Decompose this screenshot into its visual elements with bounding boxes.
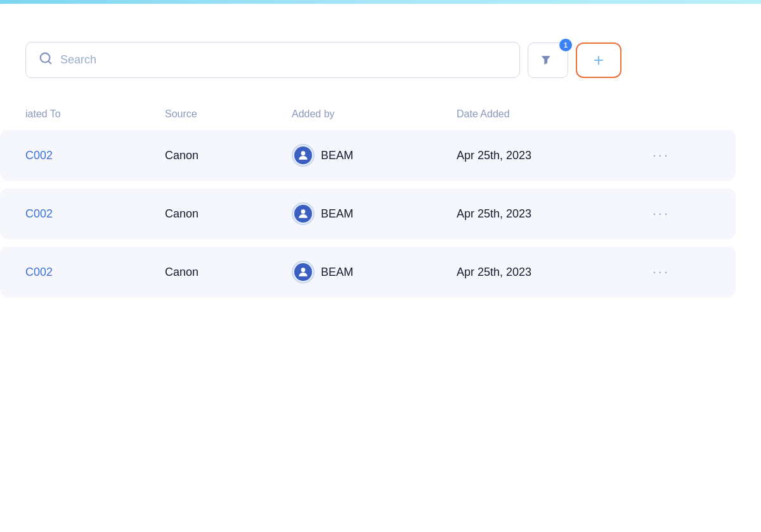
toolbar: 1 + <box>0 42 736 78</box>
cell-added-by-3: BEAM <box>292 248 457 296</box>
cell-source-3: Canon <box>165 253 292 292</box>
cell-id-2: C002 <box>25 195 165 233</box>
beam-avatar-icon-2 <box>297 207 309 220</box>
avatar-3 <box>292 261 315 283</box>
filter-icon <box>540 52 556 68</box>
search-input[interactable] <box>60 53 507 67</box>
filter-button-wrapper: 1 <box>528 42 568 78</box>
col-header-added-by: Added by <box>292 103 457 125</box>
col-header-actions <box>634 103 672 125</box>
main-content: 1 + iated To Source Added by Date Added … <box>0 4 761 330</box>
svg-point-4 <box>301 268 306 272</box>
svg-point-2 <box>301 151 306 155</box>
search-icon <box>39 51 53 68</box>
col-header-source: Source <box>165 103 292 125</box>
beam-avatar-icon-1 <box>297 149 309 162</box>
svg-point-3 <box>301 209 306 214</box>
cell-added-by-1: BEAM <box>292 131 457 179</box>
search-input-wrapper <box>25 42 520 78</box>
cell-source-1: Canon <box>165 136 292 175</box>
cell-date-1: Apr 25th, 2023 <box>457 136 634 175</box>
table-row: C002 Canon BEAM Apr 25th, 2023 ··· <box>0 188 736 239</box>
cell-id-3: C002 <box>25 253 165 292</box>
table-row: C002 Canon BEAM Apr 25th, 2023 ··· <box>0 247 736 297</box>
added-by-label-1: BEAM <box>321 149 353 162</box>
col-header-associated-to: iated To <box>25 103 165 125</box>
svg-line-1 <box>48 61 51 63</box>
added-by-label-3: BEAM <box>321 266 353 279</box>
cell-date-3: Apr 25th, 2023 <box>457 253 634 292</box>
col-header-date-added: Date Added <box>457 103 634 125</box>
search-container <box>25 42 520 78</box>
more-options-1[interactable]: ··· <box>634 134 672 176</box>
table-row: C002 Canon BEAM Apr 25th, 2023 ··· <box>0 130 736 181</box>
more-options-3[interactable]: ··· <box>634 251 672 293</box>
filter-badge: 1 <box>559 39 572 51</box>
table-section: iated To Source Added by Date Added C002… <box>0 103 736 297</box>
avatar-1 <box>292 144 315 167</box>
avatar-2 <box>292 202 315 225</box>
cell-date-2: Apr 25th, 2023 <box>457 195 634 233</box>
beam-avatar-icon-3 <box>297 266 309 278</box>
table-header: iated To Source Added by Date Added <box>0 103 736 125</box>
add-button[interactable]: + <box>576 42 621 78</box>
cell-source-2: Canon <box>165 195 292 233</box>
cell-id-1: C002 <box>25 136 165 175</box>
added-by-label-2: BEAM <box>321 207 353 221</box>
more-options-2[interactable]: ··· <box>634 193 672 235</box>
cell-added-by-2: BEAM <box>292 190 457 238</box>
